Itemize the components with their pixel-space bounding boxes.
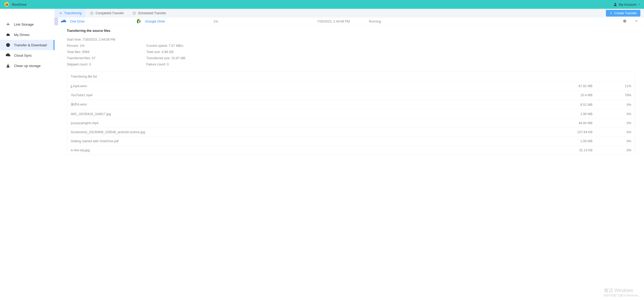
stat-value: 7/30/2023, 2:44:08 PM [82, 38, 115, 41]
create-transfer-button[interactable]: Create Transfer [606, 10, 640, 17]
file-list-row: pussycamgirls.mp444.94 MB0% [67, 119, 635, 128]
tab-label: Transferring [64, 11, 82, 15]
row-accent [54, 18, 58, 25]
tab-label: Completed Transfer [96, 11, 124, 15]
tab-scheduled[interactable]: Scheduled Transfer [128, 9, 170, 18]
sidebar-item-cleanup[interactable]: Clean up storage [0, 61, 54, 71]
file-list-row: Screenshot_20230409_105548_android.ricdr… [67, 128, 635, 137]
file-size: 10.4 MB [554, 93, 592, 97]
clock-icon [132, 11, 136, 15]
stat-value: 7.07 MB/s [169, 44, 183, 48]
stat-label: Current speed: [146, 44, 168, 48]
file-percent: 0% [592, 112, 631, 116]
sidebar: Link Storage My Drives Transfer & Downlo… [0, 9, 54, 300]
tabbar: Transferring Completed Transfer Schedule… [54, 9, 644, 18]
layout: Link Storage My Drives Transfer & Downlo… [0, 9, 644, 300]
stat-value: 5569 [82, 50, 89, 54]
stat-value: 1% [80, 44, 84, 48]
file-list-head: Transfering file list [67, 72, 635, 82]
file-list: Transfering file list jj.mp4.wmv67.82 MB… [67, 71, 635, 155]
stat-label: Total files: [67, 50, 81, 54]
transfer-source-name: One Drive [70, 20, 84, 23]
app-title: RiceDrive [12, 3, 26, 6]
stats: Start time: 7/30/2023, 2:44:08 PM Percen… [67, 38, 635, 66]
chevron-down-icon [638, 3, 640, 6]
file-name: Screenshot_20230409_105548_android.ricdr… [71, 130, 554, 134]
transfer-row[interactable]: One Drive /Google Drive 1% 7/30/2023, 2:… [54, 18, 644, 25]
topbar-brand: RiceDrive [4, 1, 26, 8]
sidebar-item-transfer[interactable]: Transfer & Download [0, 40, 54, 50]
file-name: YouTube1.mp4 [71, 93, 554, 97]
transfer-status: Running [369, 20, 400, 23]
main: Transferring Completed Transfer Schedule… [54, 9, 644, 300]
sidebar-item-label: Clean up storage [14, 64, 41, 68]
cancel-button[interactable] [623, 19, 627, 24]
transfer-percent: 1% [213, 20, 317, 23]
file-name: IMG_20230418_104817.jpg [71, 112, 554, 116]
file-percent: 11% [592, 84, 631, 88]
stat-value: 57 [92, 56, 96, 60]
cloud-icon [6, 32, 10, 37]
stat-label: Total size: [146, 50, 161, 54]
onedrive-icon [61, 18, 67, 25]
broom-icon [6, 63, 10, 68]
file-size: 1.99 MB [554, 112, 592, 116]
sidebar-item-link-storage[interactable]: Link Storage [0, 19, 54, 29]
svg-point-5 [90, 12, 93, 15]
file-name: in-the-sky.jpg [71, 148, 554, 152]
file-size: 6.52 MB [554, 103, 592, 107]
app-logo-icon [4, 1, 10, 8]
sidebar-item-label: Cloud Sync [14, 54, 32, 57]
file-list-row: in-the-sky.jpg32.13 KB0% [67, 146, 635, 155]
file-percent: 0% [592, 130, 631, 134]
create-transfer-label: Create Transfer [614, 11, 637, 15]
arrow-right-icon [59, 11, 62, 15]
sidebar-item-cloud-sync[interactable]: Cloud Sync [0, 50, 54, 61]
detail-panel: Transferring the source files Start time… [54, 25, 644, 300]
plus-icon [610, 12, 613, 15]
expand-toggle[interactable] [634, 19, 638, 24]
check-circle-icon [90, 11, 94, 15]
plus-icon [6, 22, 10, 27]
tab-transferring[interactable]: Transferring [54, 9, 86, 18]
stat-label: Percent: [67, 44, 79, 48]
file-size: 1.09 MB [554, 139, 592, 143]
tab-completed[interactable]: Completed Transfer [86, 9, 128, 18]
transfer-destination-name: /Google Drive [145, 20, 165, 23]
file-percent: 0% [592, 148, 631, 152]
stat-value: 0 [89, 63, 91, 66]
file-percent: 0% [592, 121, 631, 125]
tab-label: Scheduled Transfer [138, 11, 166, 15]
file-size: 247.64 KB [554, 130, 592, 134]
stat-label: Start time: [67, 38, 82, 41]
file-percent: 0% [592, 103, 631, 107]
file-name: pussycamgirls.mp4 [71, 121, 554, 125]
sidebar-item-label: Link Storage [14, 22, 34, 26]
file-name: Getting started with OneDrive.pdf [71, 139, 554, 143]
stat-value: 0 [167, 63, 169, 66]
file-size: 32.13 KB [554, 148, 592, 152]
stat-label: Failure count: [146, 63, 166, 66]
stat-label: Skipped count: [67, 63, 88, 66]
transfer-timestamp: 7/30/2023, 2:44:08 PM [317, 20, 369, 23]
file-percent: 76% [592, 93, 631, 97]
sidebar-item-label: My Drives [14, 33, 30, 37]
google-drive-icon [136, 18, 142, 25]
file-name: 操作4.wmv [71, 102, 554, 107]
stats-right: Current speed: 7.07 MB/s Total size: 4.9… [146, 38, 185, 66]
file-list-row: 操作4.wmv6.52 MB0% [67, 100, 635, 110]
transfer-actions [623, 19, 644, 24]
file-percent: 0% [592, 139, 631, 143]
file-list-row: YouTube1.mp410.4 MB76% [67, 91, 635, 100]
sidebar-item-label: Transfer & Download [14, 43, 47, 47]
transfer-icon [6, 43, 10, 47]
sync-icon [6, 53, 10, 58]
sidebar-item-my-drives[interactable]: My Drives [0, 29, 54, 40]
account-menu[interactable]: My Account [613, 2, 640, 6]
stat-label: Transferred files: [67, 56, 91, 60]
file-name: jj.mp4.wmv [71, 84, 554, 88]
svg-point-4 [6, 43, 10, 47]
topbar: RiceDrive My Account [0, 0, 644, 9]
transfer-destination: /Google Drive [136, 18, 213, 25]
file-list-row: IMG_20230418_104817.jpg1.99 MB0% [67, 110, 635, 119]
